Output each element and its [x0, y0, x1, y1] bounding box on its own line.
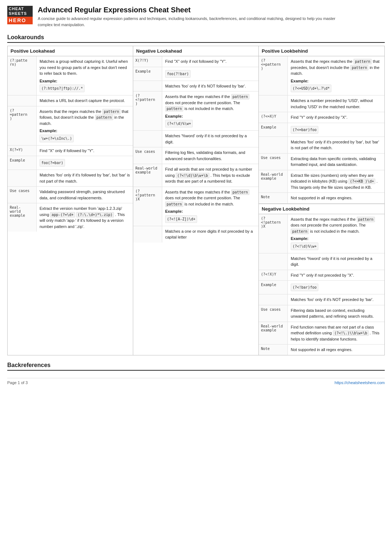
- entry-nlb-example: Example (?<!bar)foo: [259, 281, 384, 294]
- page-header: CHEATSHEETS HERO Advanced Regular Expres…: [7, 6, 385, 28]
- entry-code: Example: [133, 67, 162, 81]
- entry-desc: Filtering log files, validating data for…: [162, 147, 258, 164]
- entry-desc: Matches '%word' only if it is not preced…: [162, 131, 258, 147]
- entry-nla-pattern-x: (?<!pattern)X Asserts that the regex mat…: [133, 187, 258, 226]
- entry-plb-foo: Matches 'foo' only if it's preceded by '…: [259, 137, 384, 154]
- entry-code: Real-worldexample: [259, 170, 288, 193]
- entry-code: [133, 226, 162, 243]
- entry-x-nla-y: X(?!Y) Find "X" only if not followed by …: [133, 56, 258, 67]
- entry-nla-digits: Matches a one or more digits if not prec…: [133, 226, 258, 243]
- entry-code: (?:pattern): [8, 56, 37, 95]
- entry-desc: Find "Y" only if preceded by "X".: [288, 112, 384, 123]
- positive-lookbehind-col: Positive Lookbehind (?<=pattern) Asserts…: [259, 46, 384, 355]
- entry-desc: Filtering data based on context, excludi…: [288, 305, 384, 322]
- entry-desc: Asserts that the regex matches the patte…: [37, 106, 133, 145]
- entry-nlb-note: Note Not supported in all regex engines.: [259, 345, 384, 355]
- lookarounds-grid: Positive Lookahead (?:pattern) Matches a…: [7, 46, 385, 355]
- footer-link[interactable]: https://cheatsheetshero.com: [335, 380, 385, 385]
- header-text: Advanced Regular Expressions Cheat Sheet…: [38, 6, 346, 28]
- entry-desc: Find "X" only if not followed by "Y".: [162, 56, 258, 67]
- entry-desc: Asserts that the regex matches if the pa…: [162, 91, 258, 130]
- negative-lookbehind-header: Negative Lookbehind: [259, 204, 384, 214]
- entry-use-cases: Use cases Validating password strength, …: [8, 187, 133, 203]
- entry-nlb-word: Matches '%word' only if it is not preced…: [259, 253, 384, 270]
- entry-desc: Asserts that the regex matches if the pa…: [162, 187, 258, 226]
- entry-code: Use cases: [133, 147, 162, 164]
- entry-desc: Matches a number preceded by 'USD', with…: [288, 95, 384, 112]
- entry-code: (?<!pattern)X: [259, 214, 288, 253]
- entry-nla-pattern: (?<!pattern) Asserts that the regex matc…: [133, 91, 258, 131]
- entry-x-pla-y: X(?=Y) Find "X" only if followed by "Y".: [8, 146, 133, 156]
- entry-nlb-pattern: (?<!pattern)X Asserts that the regex mat…: [259, 214, 384, 253]
- entry-code: (?=pattern): [8, 106, 37, 145]
- entry-desc: Matches 'foo' only if it's NOT followed …: [162, 81, 258, 91]
- entry-code: Use cases: [8, 187, 37, 203]
- entry-code: [133, 81, 162, 91]
- negative-lookahead-col: Negative Lookahead X(?!Y) Find "X" only …: [133, 46, 259, 355]
- backreferences-section-title: Backreferences: [7, 362, 385, 371]
- entry-plb-real-world: Real-worldexample Extract file sizes (nu…: [259, 170, 384, 193]
- positive-lookahead-col: Positive Lookahead (?:pattern) Matches a…: [8, 46, 133, 355]
- entry-code: Real-worldexample: [133, 164, 162, 187]
- entry-plb-example: Example (?<=bar)foo: [259, 123, 384, 137]
- entry-desc: Not supported in all regex engines.: [288, 193, 384, 203]
- entry-nla-real-world: Real-worldexample Find all words that ar…: [133, 164, 258, 187]
- entry-desc: Matches 'foo' only if it's preceded by '…: [288, 137, 384, 153]
- entry-desc: Matches a URL but doesn't capture the pr…: [37, 95, 133, 106]
- entry-nlb-x-y: (?<!X)Y Find "Y" only if not preceded by…: [259, 270, 384, 281]
- page-footer: Page 1 of 3 https://cheatsheetshero.com: [7, 378, 385, 385]
- entry-desc: Matches '%word' only if it is not preced…: [288, 253, 384, 270]
- entry-nla-foo-desc: Matches 'foo' only if it's NOT followed …: [133, 81, 258, 92]
- entry-desc: foo(?=bar): [37, 156, 133, 170]
- entry-code: Note: [259, 193, 288, 203]
- entry-code: (?<!X)Y: [259, 270, 288, 281]
- entry-nlb-use-cases: Use cases Filtering data based on contex…: [259, 305, 384, 322]
- logo-bottom: HERO: [7, 17, 33, 24]
- entry-desc: (?<!bar)foo: [288, 281, 384, 294]
- logo-top: CHEATSHEETS: [7, 6, 33, 17]
- entry-desc: Find all words that are not preceded by …: [162, 164, 258, 187]
- entry-desc: Matches a one or more digits if not prec…: [162, 226, 258, 243]
- entry-desc: foo(?!bar): [162, 67, 258, 81]
- page-description: A concise guide to advanced regular expr…: [38, 16, 346, 28]
- entry-code: [259, 253, 288, 270]
- entry-desc: Matches a group without capturing it. Us…: [37, 56, 133, 95]
- entry-nlb-real-world: Real-worldexample Find function names th…: [259, 322, 384, 345]
- entry-desc: Asserts that the regex matches if the pa…: [288, 214, 384, 253]
- entry-code: (?<!pattern): [133, 91, 162, 130]
- entry-code: Real-worldexample: [8, 203, 37, 232]
- entry-code: [259, 95, 288, 112]
- positive-lookbehind-header: Positive Lookbehind: [259, 46, 384, 56]
- entry-code: [8, 95, 37, 106]
- entry-desc: Not supported in all regex engines.: [288, 345, 384, 355]
- entry-url-desc: Matches a URL but doesn't capture the pr…: [8, 95, 133, 106]
- entry-plb-x-y: (?<=X)Y Find "Y" only if preceded by "X"…: [259, 112, 384, 123]
- negative-lookahead-header: Negative Lookahead: [133, 46, 258, 56]
- entry-example-foo-bar: Example foo(?=bar): [8, 156, 133, 170]
- entry-code: (?<=pattern): [259, 56, 288, 95]
- entry-code: (?<=X)Y: [259, 112, 288, 123]
- entry-desc: Find function names that are not part of…: [288, 322, 384, 345]
- entry-code: X(?!Y): [133, 56, 162, 67]
- entry-noncapturing: (?:pattern) Matches a group without capt…: [8, 56, 133, 95]
- entry-code: Example: [259, 123, 288, 137]
- entry-code: [8, 170, 37, 186]
- page-title: Advanced Regular Expressions Cheat Sheet: [38, 6, 346, 14]
- entry-desc: Extract the version number from 'app-1.2…: [37, 203, 133, 232]
- entry-desc: (?<=bar)foo: [288, 123, 384, 137]
- positive-lookahead-header: Positive Lookahead: [8, 46, 133, 56]
- entry-desc: Validating password strength, parsing st…: [37, 187, 133, 203]
- entry-code: [259, 294, 288, 305]
- entry-code: Use cases: [259, 154, 288, 170]
- entry-plb-use-cases: Use cases Extracting data from specific …: [259, 154, 384, 170]
- entry-plb-pattern: (?<=pattern) Asserts that the regex matc…: [259, 56, 384, 95]
- entry-plb-usd: Matches a number preceded by 'USD', with…: [259, 95, 384, 112]
- footer-page: Page 1 of 3: [7, 380, 28, 385]
- entry-code: [259, 137, 288, 153]
- logo: CHEATSHEETS HERO: [7, 6, 33, 24]
- entry-code: Real-worldexample: [259, 322, 288, 345]
- entry-desc: Matches 'foo' only if it's followed by '…: [37, 170, 133, 186]
- entry-code: (?<!pattern)X: [133, 187, 162, 226]
- entry-code: [133, 131, 162, 147]
- entry-desc: Find "X" only if followed by "Y".: [37, 146, 133, 156]
